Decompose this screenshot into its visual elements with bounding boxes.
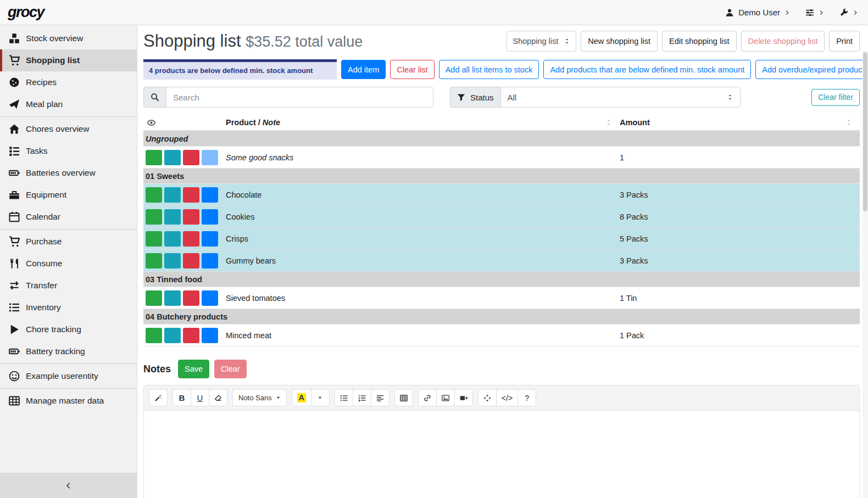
- sidebar-item-batteries-overview[interactable]: Batteries overview: [0, 162, 137, 184]
- sidebar-item-equipment[interactable]: Equipment: [0, 184, 137, 206]
- app-logo[interactable]: grocy: [8, 4, 44, 21]
- delete-item-button[interactable]: [183, 231, 199, 247]
- product-column-header[interactable]: Product / Note: [226, 118, 620, 127]
- magic-style-button[interactable]: [149, 389, 168, 406]
- purchase-item-button[interactable]: [202, 187, 218, 203]
- mark-done-button[interactable]: [146, 328, 162, 343]
- notes-save-button[interactable]: Save: [178, 360, 209, 378]
- delete-item-button[interactable]: [183, 150, 199, 165]
- new-shopping-list-button[interactable]: New shopping list: [581, 31, 658, 52]
- search-input[interactable]: [166, 87, 433, 108]
- sidebar-item-chores-overview[interactable]: Chores overview: [0, 118, 137, 140]
- notes-editor-area[interactable]: [144, 411, 859, 498]
- insert-table-button[interactable]: [394, 389, 413, 406]
- delete-item-button[interactable]: [183, 290, 199, 306]
- paragraph-align-button[interactable]: [371, 389, 390, 406]
- search-icon: [151, 93, 159, 102]
- sidebar-item-calendar[interactable]: Calendar: [0, 206, 137, 228]
- fullscreen-icon: [483, 394, 491, 402]
- purchase-item-button[interactable]: [202, 328, 218, 343]
- clear-filter-button[interactable]: Clear filter: [811, 89, 860, 106]
- purchase-item-button[interactable]: [202, 290, 218, 306]
- mark-done-button[interactable]: [146, 187, 162, 203]
- edit-item-button[interactable]: [164, 187, 181, 203]
- delete-item-button[interactable]: [183, 209, 199, 225]
- edit-item-button[interactable]: [164, 253, 181, 268]
- user-menu[interactable]: Demo User: [725, 8, 790, 17]
- insert-link-button[interactable]: [418, 389, 437, 406]
- purchase-item-button[interactable]: [202, 150, 218, 165]
- table-header-row: Product / Note Amount: [143, 115, 860, 131]
- purchase-item-button[interactable]: [202, 209, 218, 225]
- fullscreen-button[interactable]: [478, 389, 497, 406]
- mark-done-button[interactable]: [146, 150, 162, 165]
- add-all-to-stock-button[interactable]: Add all list items to stock: [439, 60, 539, 79]
- mark-done-button[interactable]: [146, 253, 162, 268]
- group-header-ungrouped[interactable]: Ungrouped: [143, 131, 860, 147]
- notes-clear-button[interactable]: Clear: [214, 360, 247, 378]
- settings-menu[interactable]: [805, 8, 824, 17]
- group-header-03-tinned-food[interactable]: 03 Tinned food: [143, 272, 860, 287]
- admin-menu[interactable]: [839, 8, 858, 17]
- amount-column-header[interactable]: Amount: [620, 118, 860, 127]
- sidebar-item-example-userentity[interactable]: Example userentity: [0, 365, 137, 387]
- delete-item-button[interactable]: [183, 328, 199, 343]
- edit-item-button[interactable]: [164, 150, 181, 165]
- delete-shopping-list-button[interactable]: Delete shopping list: [741, 31, 825, 52]
- item-amount: 5 Packs: [620, 234, 648, 243]
- sidebar-item-tasks[interactable]: Tasks: [0, 140, 137, 162]
- highlight-color-dropdown[interactable]: [311, 389, 330, 406]
- sidebar-item-purchase[interactable]: Purchase: [0, 231, 137, 253]
- font-family-select[interactable]: Noto Sans: [232, 389, 287, 406]
- sort-icon[interactable]: [845, 119, 860, 126]
- status-filter-select[interactable]: All: [500, 87, 741, 108]
- sidebar-item-battery-tracking[interactable]: Battery tracking: [0, 340, 137, 362]
- group-header-01-sweets[interactable]: 01 Sweets: [143, 169, 860, 184]
- shopping-list-select[interactable]: Shopping list: [507, 31, 576, 52]
- user-name: Demo User: [738, 8, 780, 17]
- purchase-item-button[interactable]: [202, 231, 218, 247]
- sidebar-item-consume[interactable]: Consume: [0, 253, 137, 275]
- print-button[interactable]: Print: [829, 31, 860, 52]
- ordered-list-button[interactable]: [353, 389, 371, 406]
- below-min-stock-alert[interactable]: 4 products are below defined min. stock …: [143, 59, 337, 80]
- insert-image-button[interactable]: [436, 389, 455, 406]
- add-item-button[interactable]: Add item: [341, 60, 386, 79]
- help-button[interactable]: ?: [518, 389, 536, 406]
- mark-done-button[interactable]: [146, 290, 162, 306]
- scrollbar-thumb[interactable]: [863, 52, 867, 211]
- group-header-04-butchery-products[interactable]: 04 Butchery products: [143, 309, 860, 324]
- edit-item-button[interactable]: [164, 231, 181, 247]
- group-name: 04 Butchery products: [146, 312, 227, 321]
- sidebar-item-shopping-list[interactable]: Shopping list: [0, 49, 137, 71]
- sidebar-item-stock-overview[interactable]: Stock overview: [0, 27, 137, 49]
- edit-item-button[interactable]: [164, 209, 181, 225]
- clear-list-button[interactable]: Clear list: [390, 60, 434, 79]
- group-name: 01 Sweets: [146, 172, 184, 181]
- sidebar-item-transfer[interactable]: Transfer: [0, 275, 137, 296]
- edit-item-button[interactable]: [164, 290, 181, 306]
- add-below-min-button[interactable]: Add products that are below defined min.…: [543, 60, 751, 79]
- sidebar-item-meal-plan[interactable]: Meal plan: [0, 93, 137, 115]
- highlight-color-button[interactable]: A: [292, 389, 311, 406]
- purchase-item-button[interactable]: [202, 253, 218, 268]
- unordered-list-button[interactable]: [335, 389, 353, 406]
- sort-icon[interactable]: [605, 119, 620, 126]
- sidebar-collapse-button[interactable]: [0, 473, 137, 498]
- mark-done-button[interactable]: [146, 231, 162, 247]
- sidebar-item-manage-master-data[interactable]: Manage master data: [0, 390, 137, 412]
- delete-item-button[interactable]: [183, 253, 199, 268]
- edit-shopping-list-button[interactable]: Edit shopping list: [662, 31, 737, 52]
- add-overdue-button[interactable]: Add overdue/expired products: [755, 60, 868, 79]
- sidebar-item-chore-tracking[interactable]: Chore tracking: [0, 318, 137, 340]
- sidebar-item-recipes[interactable]: Recipes: [0, 71, 137, 93]
- code-view-button[interactable]: </>: [496, 389, 518, 406]
- delete-item-button[interactable]: [183, 187, 199, 203]
- mark-done-button[interactable]: [146, 209, 162, 225]
- clear-formatting-button[interactable]: [209, 389, 227, 406]
- insert-video-button[interactable]: [454, 389, 473, 406]
- edit-item-button[interactable]: [164, 328, 181, 343]
- underline-button[interactable]: U: [191, 389, 209, 406]
- sidebar-item-inventory[interactable]: Inventory: [0, 296, 137, 318]
- bold-button[interactable]: B: [173, 389, 191, 406]
